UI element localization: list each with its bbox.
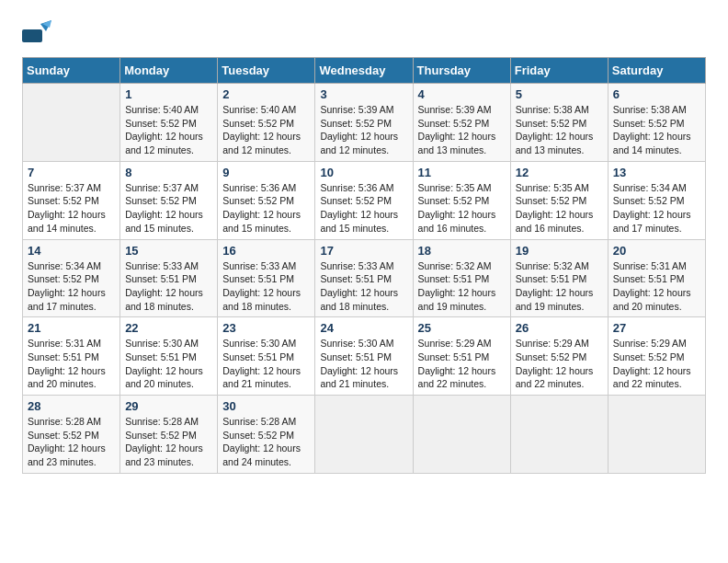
day-info: Sunrise: 5:33 AM Sunset: 5:51 PM Dayligh… — [320, 259, 407, 314]
day-info: Sunrise: 5:30 AM Sunset: 5:51 PM Dayligh… — [222, 337, 310, 391]
day-number: 17 — [320, 244, 407, 258]
calendar-week-row: 14Sunrise: 5:34 AM Sunset: 5:52 PM Dayli… — [23, 239, 706, 317]
day-info: Sunrise: 5:33 AM Sunset: 5:51 PM Dayligh… — [222, 259, 310, 314]
day-info: Sunrise: 5:39 AM Sunset: 5:52 PM Dayligh… — [320, 103, 407, 157]
day-info: Sunrise: 5:32 AM Sunset: 5:51 PM Dayligh… — [418, 259, 506, 314]
day-info: Sunrise: 5:34 AM Sunset: 5:52 PM Dayligh… — [613, 181, 700, 236]
calendar-cell: 2Sunrise: 5:40 AM Sunset: 5:52 PM Daylig… — [218, 84, 315, 162]
calendar-header-row: SundayMondayTuesdayWednesdayThursdayFrid… — [23, 58, 706, 84]
day-number: 14 — [28, 244, 115, 258]
day-number: 26 — [516, 321, 603, 335]
day-number: 4 — [418, 87, 506, 101]
day-number: 5 — [516, 87, 603, 101]
day-number: 2 — [222, 87, 310, 101]
calendar-week-row: 7Sunrise: 5:37 AM Sunset: 5:52 PM Daylig… — [23, 161, 706, 239]
calendar-week-row: 28Sunrise: 5:28 AM Sunset: 5:52 PM Dayli… — [23, 396, 706, 474]
calendar-cell: 5Sunrise: 5:38 AM Sunset: 5:52 PM Daylig… — [510, 84, 608, 162]
day-number: 9 — [222, 166, 310, 179]
day-info: Sunrise: 5:32 AM Sunset: 5:51 PM Dayligh… — [516, 259, 603, 314]
weekday-header-sunday: Sunday — [23, 58, 120, 84]
day-info: Sunrise: 5:31 AM Sunset: 5:51 PM Dayligh… — [613, 259, 700, 314]
calendar-cell: 26Sunrise: 5:29 AM Sunset: 5:52 PM Dayli… — [510, 317, 608, 396]
calendar-cell: 18Sunrise: 5:32 AM Sunset: 5:51 PM Dayli… — [413, 239, 510, 317]
header — [22, 18, 706, 48]
calendar-cell: 21Sunrise: 5:31 AM Sunset: 5:51 PM Dayli… — [23, 317, 120, 396]
day-number: 20 — [613, 244, 700, 258]
day-number: 11 — [418, 166, 506, 179]
calendar-cell: 3Sunrise: 5:39 AM Sunset: 5:52 PM Daylig… — [315, 84, 413, 162]
svg-rect-0 — [22, 29, 42, 42]
day-number: 15 — [125, 244, 212, 258]
calendar-cell: 17Sunrise: 5:33 AM Sunset: 5:51 PM Dayli… — [315, 239, 413, 317]
day-number: 13 — [613, 166, 700, 179]
calendar-cell: 25Sunrise: 5:29 AM Sunset: 5:51 PM Dayli… — [413, 317, 510, 396]
day-info: Sunrise: 5:35 AM Sunset: 5:52 PM Dayligh… — [516, 181, 603, 236]
day-info: Sunrise: 5:38 AM Sunset: 5:52 PM Dayligh… — [613, 103, 700, 157]
logo-icon — [22, 18, 51, 48]
day-number: 12 — [516, 166, 603, 179]
day-number: 19 — [516, 244, 603, 258]
day-info: Sunrise: 5:34 AM Sunset: 5:52 PM Dayligh… — [28, 259, 115, 314]
calendar-table: SundayMondayTuesdayWednesdayThursdayFrid… — [22, 57, 706, 474]
calendar-cell — [23, 84, 120, 162]
main-container: SundayMondayTuesdayWednesdayThursdayFrid… — [0, 0, 728, 492]
calendar-cell: 11Sunrise: 5:35 AM Sunset: 5:52 PM Dayli… — [413, 161, 510, 239]
calendar-cell — [315, 396, 413, 474]
calendar-cell: 12Sunrise: 5:35 AM Sunset: 5:52 PM Dayli… — [510, 161, 608, 239]
day-info: Sunrise: 5:40 AM Sunset: 5:52 PM Dayligh… — [125, 103, 212, 157]
day-info: Sunrise: 5:36 AM Sunset: 5:52 PM Dayligh… — [320, 181, 407, 236]
calendar-cell: 8Sunrise: 5:37 AM Sunset: 5:52 PM Daylig… — [120, 161, 218, 239]
weekday-header-monday: Monday — [120, 58, 218, 84]
calendar-cell: 6Sunrise: 5:38 AM Sunset: 5:52 PM Daylig… — [608, 84, 705, 162]
calendar-week-row: 21Sunrise: 5:31 AM Sunset: 5:51 PM Dayli… — [23, 317, 706, 396]
day-number: 16 — [222, 244, 310, 258]
weekday-header-tuesday: Tuesday — [218, 58, 315, 84]
day-info: Sunrise: 5:29 AM Sunset: 5:52 PM Dayligh… — [516, 337, 603, 391]
calendar-cell: 10Sunrise: 5:36 AM Sunset: 5:52 PM Dayli… — [315, 161, 413, 239]
calendar-cell: 20Sunrise: 5:31 AM Sunset: 5:51 PM Dayli… — [608, 239, 705, 317]
day-number: 28 — [28, 399, 115, 413]
calendar-cell: 4Sunrise: 5:39 AM Sunset: 5:52 PM Daylig… — [413, 84, 510, 162]
day-info: Sunrise: 5:30 AM Sunset: 5:51 PM Dayligh… — [125, 337, 212, 391]
day-info: Sunrise: 5:33 AM Sunset: 5:51 PM Dayligh… — [125, 259, 212, 314]
day-info: Sunrise: 5:29 AM Sunset: 5:51 PM Dayligh… — [418, 337, 506, 391]
day-info: Sunrise: 5:29 AM Sunset: 5:52 PM Dayligh… — [613, 337, 700, 391]
weekday-header-saturday: Saturday — [608, 58, 705, 84]
day-info: Sunrise: 5:28 AM Sunset: 5:52 PM Dayligh… — [28, 415, 115, 469]
calendar-cell: 22Sunrise: 5:30 AM Sunset: 5:51 PM Dayli… — [120, 317, 218, 396]
calendar-cell: 13Sunrise: 5:34 AM Sunset: 5:52 PM Dayli… — [608, 161, 705, 239]
day-number: 8 — [125, 166, 212, 179]
calendar-cell: 28Sunrise: 5:28 AM Sunset: 5:52 PM Dayli… — [23, 396, 120, 474]
day-info: Sunrise: 5:38 AM Sunset: 5:52 PM Dayligh… — [516, 103, 603, 157]
calendar-cell: 7Sunrise: 5:37 AM Sunset: 5:52 PM Daylig… — [23, 161, 120, 239]
day-info: Sunrise: 5:37 AM Sunset: 5:52 PM Dayligh… — [28, 181, 115, 236]
calendar-cell — [413, 396, 510, 474]
day-number: 29 — [125, 399, 212, 413]
day-number: 7 — [28, 166, 115, 179]
weekday-header-friday: Friday — [510, 58, 608, 84]
calendar-cell — [608, 396, 705, 474]
day-info: Sunrise: 5:31 AM Sunset: 5:51 PM Dayligh… — [28, 337, 115, 391]
day-info: Sunrise: 5:30 AM Sunset: 5:51 PM Dayligh… — [320, 337, 407, 391]
day-number: 21 — [28, 321, 115, 335]
day-number: 23 — [222, 321, 310, 335]
day-number: 24 — [320, 321, 407, 335]
calendar-cell: 16Sunrise: 5:33 AM Sunset: 5:51 PM Dayli… — [218, 239, 315, 317]
day-number: 10 — [320, 166, 407, 179]
calendar-cell: 19Sunrise: 5:32 AM Sunset: 5:51 PM Dayli… — [510, 239, 608, 317]
calendar-cell: 27Sunrise: 5:29 AM Sunset: 5:52 PM Dayli… — [608, 317, 705, 396]
calendar-cell: 24Sunrise: 5:30 AM Sunset: 5:51 PM Dayli… — [315, 317, 413, 396]
weekday-header-thursday: Thursday — [413, 58, 510, 84]
day-number: 6 — [613, 87, 700, 101]
day-info: Sunrise: 5:37 AM Sunset: 5:52 PM Dayligh… — [125, 181, 212, 236]
day-number: 1 — [125, 87, 212, 101]
day-info: Sunrise: 5:39 AM Sunset: 5:52 PM Dayligh… — [418, 103, 506, 157]
day-number: 27 — [613, 321, 700, 335]
calendar-cell: 9Sunrise: 5:36 AM Sunset: 5:52 PM Daylig… — [218, 161, 315, 239]
calendar-cell: 14Sunrise: 5:34 AM Sunset: 5:52 PM Dayli… — [23, 239, 120, 317]
logo — [22, 18, 55, 48]
calendar-cell: 15Sunrise: 5:33 AM Sunset: 5:51 PM Dayli… — [120, 239, 218, 317]
day-info: Sunrise: 5:28 AM Sunset: 5:52 PM Dayligh… — [222, 415, 310, 469]
calendar-cell: 30Sunrise: 5:28 AM Sunset: 5:52 PM Dayli… — [218, 396, 315, 474]
calendar-cell — [510, 396, 608, 474]
